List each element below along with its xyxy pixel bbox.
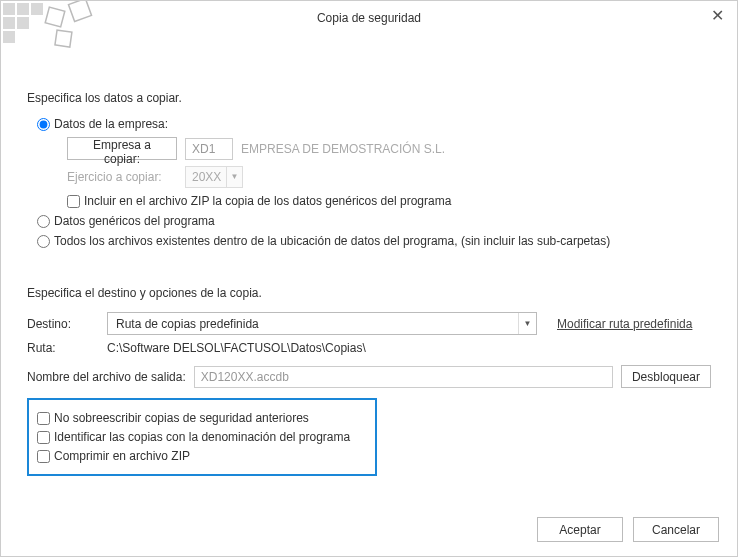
- options-highlight-box: No sobreescribir copias de seguridad ant…: [27, 398, 377, 476]
- chevron-down-icon: ▼: [226, 167, 242, 187]
- desbloquear-button[interactable]: Desbloquear: [621, 365, 711, 388]
- section-source-heading: Especifica los datos a copiar.: [27, 91, 711, 105]
- radio-empresa[interactable]: [37, 118, 50, 131]
- cancel-button[interactable]: Cancelar: [633, 517, 719, 542]
- svg-rect-8: [55, 30, 72, 47]
- destino-label: Destino:: [27, 317, 97, 331]
- ejercicio-label: Ejercicio a copiar:: [67, 170, 177, 184]
- ejercicio-value: 20XX: [186, 170, 226, 184]
- check-no-overwrite[interactable]: [37, 412, 50, 425]
- section-dest-heading: Especifica el destino y opciones de la c…: [27, 286, 711, 300]
- svg-rect-0: [3, 3, 15, 15]
- svg-rect-5: [3, 31, 15, 43]
- svg-rect-4: [17, 17, 29, 29]
- output-filename-label: Nombre del archivo de salida:: [27, 370, 186, 384]
- ruta-label: Ruta:: [27, 341, 97, 355]
- radio-row-genericos[interactable]: Datos genéricos del programa: [37, 214, 711, 228]
- radio-todos[interactable]: [37, 235, 50, 248]
- svg-rect-1: [17, 3, 29, 15]
- window-title: Copia de seguridad: [317, 11, 421, 25]
- output-filename-input: [194, 366, 613, 388]
- title-bar: Copia de seguridad ✕: [1, 1, 737, 51]
- accept-button[interactable]: Aceptar: [537, 517, 623, 542]
- radio-row-todos[interactable]: Todos los archivos existentes dentro de …: [37, 234, 711, 248]
- check-compress-zip[interactable]: [37, 450, 50, 463]
- check-compress-zip-label: Comprimir en archivo ZIP: [54, 449, 190, 463]
- radio-genericos-label: Datos genéricos del programa: [54, 214, 215, 228]
- ruta-value: C:\Software DELSOL\FACTUSOL\Datos\Copias…: [107, 341, 366, 355]
- svg-rect-6: [45, 7, 65, 27]
- ejercicio-combo[interactable]: 20XX ▼: [185, 166, 243, 188]
- destino-combo-value: Ruta de copias predefinida: [108, 317, 518, 331]
- destino-combo[interactable]: Ruta de copias predefinida ▼: [107, 312, 537, 335]
- check-include-generic-zip[interactable]: [67, 195, 80, 208]
- svg-rect-3: [3, 17, 15, 29]
- check-identify-program[interactable]: [37, 431, 50, 444]
- radio-todos-label: Todos los archivos existentes dentro de …: [54, 234, 610, 248]
- app-logo-icon: [1, 1, 101, 56]
- svg-rect-2: [31, 3, 43, 15]
- svg-rect-7: [68, 1, 91, 22]
- chevron-down-icon: ▼: [518, 313, 536, 334]
- check-include-generic-zip-label: Incluir en el archivo ZIP la copia de lo…: [84, 194, 451, 208]
- radio-genericos[interactable]: [37, 215, 50, 228]
- empresa-copiar-button[interactable]: Empresa a copiar:: [67, 137, 177, 160]
- check-identify-program-label: Identificar las copias con la denominaci…: [54, 430, 350, 444]
- close-button[interactable]: ✕: [707, 7, 727, 27]
- empresa-code-input: [185, 138, 233, 160]
- check-no-overwrite-label: No sobreescribir copias de seguridad ant…: [54, 411, 309, 425]
- modificar-ruta-link[interactable]: Modificar ruta predefinida: [557, 317, 692, 331]
- empresa-name-label: EMPRESA DE DEMOSTRACIÓN S.L.: [241, 142, 445, 156]
- dialog-button-bar: Aceptar Cancelar: [537, 517, 719, 542]
- radio-empresa-label: Datos de la empresa:: [54, 117, 168, 131]
- radio-row-empresa[interactable]: Datos de la empresa:: [37, 117, 711, 131]
